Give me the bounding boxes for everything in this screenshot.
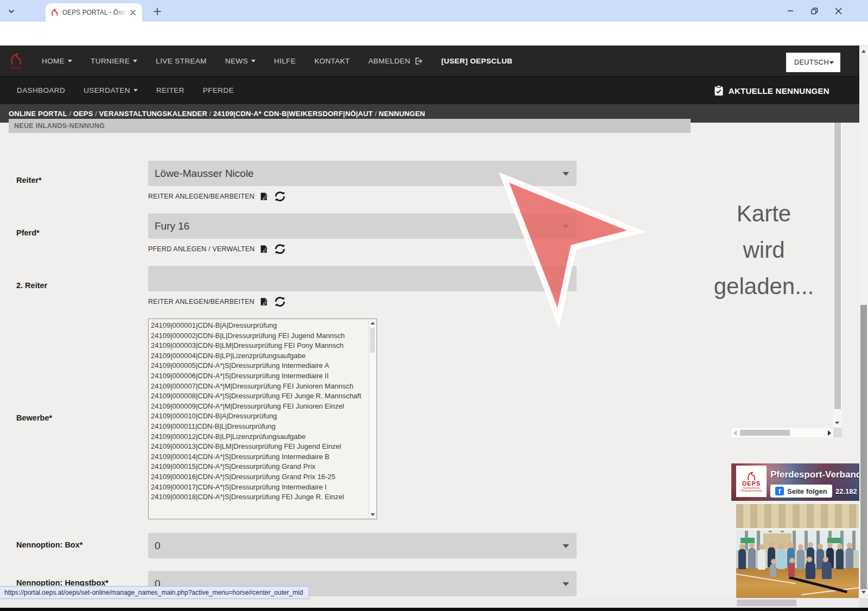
nav-item-dashboard[interactable]: DASHBOARD [17, 86, 65, 94]
tab-close-button[interactable] [128, 8, 138, 17]
bewerbe-option[interactable]: 24109|000003|CDN-B|LM|Dressurprüfung FEI… [149, 341, 369, 351]
bewerbe-option[interactable]: 24109|000007|CDN-A*|M|Dressurprüfung FEI… [149, 381, 369, 392]
scroll-left-icon[interactable] [733, 430, 737, 436]
close-icon [130, 10, 136, 15]
aktuelle-nennungen-label: AKTUELLE NENNUNGEN [729, 86, 829, 96]
nav-item-userdaten[interactable]: USERDATEN [84, 86, 138, 94]
bewerbe-option[interactable]: 24109|000014|CDN-A*|S|Dressurprüfung Int… [149, 452, 369, 462]
tab-search-button[interactable] [5, 5, 17, 17]
facebook-follow-button[interactable]: f Seite folgen [770, 485, 832, 498]
facebook-page-name[interactable]: Pferdesport-Verband [770, 469, 859, 480]
breadcrumb-item[interactable]: NENNUNGEN [379, 110, 425, 118]
bewerbe-option[interactable]: 24109|000009|CDN-A*|M|Dressurprüfung FEI… [149, 402, 369, 412]
scrollbar-thumb[interactable] [834, 123, 841, 409]
horse-manage-row: PFERD ANLEGEN / VERWALTEN [148, 243, 286, 255]
sub-navbar: DASHBOARD USERDATEN REITER PFERDE AKTUEL… [0, 76, 868, 104]
nav-item-reiter[interactable]: REITER [156, 86, 184, 94]
box-label: Nennoption: Box* [16, 540, 82, 549]
bewerbe-option[interactable]: 24109|000004|CDN-B|LP|Lizenzprüfungsaufg… [149, 351, 369, 361]
breadcrumb-item[interactable]: VERANSTALTUNGSKALENDER [99, 110, 207, 118]
breadcrumb-item[interactable]: 24109|CDN-A* CDN-B|WEIKERSDORF|NÖ|AUT [213, 110, 373, 118]
breadcrumb-separator: / [207, 110, 213, 118]
page-vertical-scrollbar[interactable] [859, 46, 868, 598]
language-select[interactable]: DEUTSCH [786, 53, 840, 72]
box-select[interactable]: 0 [148, 533, 577, 558]
browser-toolbar: portal.oeps.at/oeps/set-online/veranstal… [0, 22, 868, 46]
breadcrumb-item[interactable]: OEPS [73, 110, 93, 118]
nav-item-abmelden[interactable]: ABMELDEN [368, 56, 423, 66]
scrollbar-thumb[interactable] [370, 328, 375, 353]
page-horizontal-scrollbar[interactable] [0, 598, 868, 608]
refresh-icon[interactable] [274, 243, 286, 255]
aktuelle-nennungen-button[interactable]: AKTUELLE NENNUNGEN [714, 77, 829, 105]
window-restore-button[interactable] [805, 3, 824, 18]
events-label: Bewerbe* [16, 413, 52, 422]
chevron-down-icon [133, 60, 137, 62]
facebook-followers: 22.182 Foll [835, 487, 859, 495]
events-listbox[interactable]: 24109|000001|CDN-B|A|Dressurprüfung24109… [148, 319, 377, 519]
scrollbar-thumb[interactable] [737, 600, 796, 606]
bewerbe-option[interactable]: 24109|000012|CDN-B|LP|Lizenzprüfungsaufg… [149, 432, 369, 442]
new-tab-button[interactable] [151, 5, 164, 18]
nav-item-home[interactable]: HOME [42, 57, 72, 65]
oeps-logo[interactable]: OEPS [8, 52, 24, 69]
window-close-button[interactable] [829, 3, 847, 18]
rider2-manage-link[interactable]: REITER ANLEGEN/BEARBEITEN [148, 298, 254, 306]
facebook-post-photo[interactable] [736, 504, 859, 600]
rider2-label: 2. Reiter [16, 281, 47, 290]
horse-manage-link[interactable]: PFERD ANLEGEN / VERWALTEN [148, 245, 254, 253]
nav-item-pferde[interactable]: PFERDE [203, 86, 234, 94]
bewerbe-option[interactable]: 24109|000018|CDN-A*|S|Dressurprüfung FEI… [149, 492, 369, 502]
chevron-down-icon [133, 89, 138, 92]
scroll-down-icon[interactable] [371, 513, 375, 516]
scroll-right-icon[interactable] [828, 430, 831, 436]
scrollbar-thumb[interactable] [740, 430, 790, 436]
status-bar: https://portal.oeps.at/oeps/set-online/m… [0, 586, 309, 599]
bewerbe-option[interactable]: 24109|000001|CDN-B|A|Dressurprüfung [149, 321, 369, 331]
facebook-page-logo[interactable]: OEPS Österreichischer Pferdesportverband [736, 466, 767, 497]
bewerbe-option[interactable]: 24109|000006|CDN-A*|S|Dressurprüfung Int… [149, 371, 369, 381]
scroll-down-icon[interactable] [835, 422, 839, 424]
nav-item-user[interactable]: [USER] OEPSCLUB [441, 57, 512, 65]
scroll-down-icon[interactable] [861, 591, 866, 594]
refresh-icon[interactable] [274, 296, 286, 308]
chevron-down-icon [563, 172, 569, 176]
chevron-down-icon [563, 582, 569, 586]
panel-title: NEUE INLANDS-NENNUNG [14, 122, 105, 130]
bewerbe-option[interactable]: 24109|000005|CDN-A*|S|Dressurprüfung Int… [149, 361, 369, 371]
photo-ceiling [736, 504, 859, 529]
nav-item-livestream[interactable]: LIVE STREAM [156, 57, 207, 65]
edit-icon[interactable] [259, 297, 269, 307]
nav-item-kontakt[interactable]: KONTAKT [314, 57, 350, 65]
refresh-icon[interactable] [274, 190, 286, 202]
edit-icon[interactable] [259, 192, 269, 201]
rider2-select[interactable] [148, 266, 577, 291]
map-horizontal-scrollbar[interactable] [731, 428, 833, 437]
nav-item-turniere[interactable]: TURNIERE [91, 57, 137, 65]
nav-item-news[interactable]: NEWS [225, 57, 256, 65]
scroll-up-icon[interactable] [371, 322, 375, 324]
rider-select[interactable]: Löwe-Mausser Nicole [148, 161, 577, 186]
bewerbe-option[interactable]: 24109|000008|CDN-A*|S|Dressurprüfung FEI… [149, 391, 369, 402]
bewerbe-option[interactable]: 24109|000010|CDN-B|A|Dressurprüfung [149, 411, 369, 422]
bewerbe-option[interactable]: 24109|000013|CDN-B|LM|Dressurprüfung FEI… [149, 442, 369, 452]
rider-manage-link[interactable]: REITER ANLEGEN/BEARBEITEN [148, 193, 254, 200]
browser-tab[interactable]: OEPS PORTAL - Österreichischer [46, 3, 142, 22]
bewerbe-option[interactable]: 24109|000011|CDN-B|L|Dressurprüfung [149, 422, 369, 432]
window-minimize-button[interactable] [781, 3, 800, 18]
bewerbe-option[interactable]: 24109|000017|CDN-A*|S|Dressurprüfung Int… [149, 482, 369, 493]
breadcrumb-item[interactable]: ONLINE PORTAL [9, 110, 67, 118]
person-figure [836, 549, 844, 569]
scroll-up-icon[interactable] [861, 50, 866, 53]
map-vertical-scrollbar[interactable] [833, 123, 842, 437]
bewerbe-option[interactable]: 24109|000016|CDN-A*|S|Dressurprüfung Gra… [149, 472, 369, 482]
bewerbe-option[interactable]: 24109|000015|CDN-A*|S|Dressurprüfung Gra… [149, 462, 369, 472]
facebook-icon: f [775, 487, 784, 495]
bewerbe-option[interactable]: 24109|000002|CDN-B|L|Dressurprüfung FEI … [149, 331, 369, 341]
scrollbar-thumb[interactable] [860, 305, 867, 589]
horse-select[interactable]: Fury 16 [148, 213, 577, 239]
person-figure [788, 563, 795, 577]
nav-item-hilfe[interactable]: HILFE [274, 57, 296, 65]
edit-icon[interactable] [259, 244, 269, 254]
listbox-scrollbar[interactable] [368, 319, 376, 519]
